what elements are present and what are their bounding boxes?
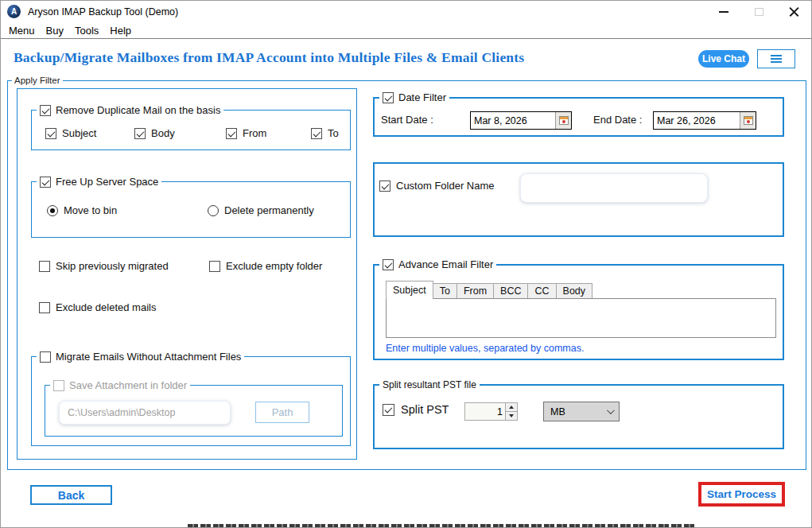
remove-duplicate-checkbox[interactable] [40,105,51,116]
exclude-deleted-mails-checkbox[interactable] [39,302,50,313]
menu-item-help[interactable]: Help [104,25,137,37]
save-attachment-checkbox[interactable] [53,380,64,391]
arrow-up-icon [509,406,514,409]
delete-permanently-option: Delete permanently [208,204,314,216]
from-checkbox[interactable] [226,128,237,139]
spinner-up-button[interactable] [506,403,517,411]
split-pst-group-label: Split resultant PST file [383,379,476,390]
dup-option-to: To [311,127,339,139]
calendar-icon [744,116,753,125]
save-attachment-label: Save Attachment in folder [69,379,187,391]
start-date-label: Start Date : [381,114,433,126]
migrate-without-attachment-label: Migrate Emails Without Attachment Files [56,351,241,363]
exclude-deleted-mails-label: Exclude deleted mails [56,301,156,313]
delete-permanently-label: Delete permanently [224,204,314,216]
menubar: Menu Buy Tools Help [1,22,811,39]
menu-item-menu[interactable]: Menu [3,25,41,37]
custom-folder-option: Custom Folder Name [379,180,495,192]
end-date-label: End Date : [593,114,642,126]
split-size-spinner[interactable]: 1 [464,402,518,421]
date-filter-checkbox[interactable] [383,92,394,103]
end-date-calendar-button[interactable] [740,112,756,129]
split-unit-dropdown[interactable]: MB [543,402,620,421]
start-date-value: Mar 8, 2026 [474,115,555,126]
exclude-empty-folder-option: Exclude empty folder [209,260,322,272]
hamburger-menu-button[interactable] [757,49,795,68]
cutoff-text-strip [188,524,697,527]
custom-folder-input[interactable] [520,173,708,203]
close-button[interactable] [776,1,811,22]
move-to-bin-label: Move to bin [64,204,117,216]
live-chat-button[interactable]: Live Chat [698,50,749,68]
window-title: Aryson IMAP Backup Tool (Demo) [28,6,178,17]
to-label: To [328,127,339,139]
body-label: Body [151,127,175,139]
start-process-highlight: Start Process [698,482,785,507]
app-window: A Aryson IMAP Backup Tool (Demo) Menu Bu… [0,0,812,528]
spinner-down-button[interactable] [506,411,517,420]
move-to-bin-option: Move to bin [47,204,117,216]
skip-previously-migrated-label: Skip previously migrated [56,260,169,272]
tab-from[interactable]: From [457,283,494,299]
page-title: Backup/Migrate Mailboxes from IMAP Accou… [14,49,524,66]
dup-option-from: From [226,127,266,139]
hamburger-icon [771,55,782,56]
from-label: From [243,127,266,139]
split-pst-checkbox[interactable] [383,404,394,416]
advance-email-filter-label: Advance Email Filter [398,258,493,270]
migrate-without-attachment-checkbox[interactable] [40,351,51,363]
menu-item-buy[interactable]: Buy [41,25,69,37]
exclude-empty-folder-label: Exclude empty folder [226,260,322,272]
maximize-icon [755,8,763,16]
minimize-icon [719,11,728,13]
tab-to[interactable]: To [433,283,457,299]
app-logo-icon: A [7,5,21,18]
split-size-value: 1 [465,403,505,420]
exclude-empty-folder-checkbox[interactable] [209,261,220,272]
remove-duplicate-label: Remove Duplicate Mail on the basis [56,104,220,116]
close-icon [789,6,799,17]
tab-bcc[interactable]: BCC [494,283,528,299]
body-checkbox[interactable] [134,128,146,139]
split-pst-label: Split PST [401,403,449,416]
split-unit-value: MB [550,406,565,417]
split-pst-option: Split PST [383,403,449,416]
spinner-arrows [505,403,517,420]
chevron-down-icon [607,406,615,414]
date-filter-label: Date Filter [398,91,446,103]
free-up-server-checkbox[interactable] [40,177,51,188]
start-process-button[interactable]: Start Process [707,488,776,500]
start-date-picker[interactable]: Mar 8, 2026 [470,111,572,130]
end-date-picker[interactable]: Mar 26, 2026 [653,111,756,130]
minimize-button[interactable] [706,1,741,22]
free-up-server-label: Free Up Server Space [56,176,158,188]
apply-filter-label: Apply Filter [12,76,63,85]
attachment-path-input[interactable]: C:\Users\admin\Desktop [59,401,231,425]
tab-cc[interactable]: CC [528,283,556,299]
skip-previously-migrated-checkbox[interactable] [39,261,50,272]
subject-checkbox[interactable] [45,128,56,139]
advance-email-filter-checkbox[interactable] [383,259,394,270]
move-to-bin-radio[interactable] [47,205,58,216]
path-button[interactable]: Path [255,402,309,423]
arrow-down-icon [509,414,514,417]
delete-permanently-radio[interactable] [208,205,219,216]
maximize-button[interactable] [741,1,776,22]
to-checkbox[interactable] [311,128,322,139]
end-date-value: Mar 26, 2026 [657,115,740,126]
advance-filter-textarea[interactable] [386,298,776,338]
start-date-calendar-button[interactable] [555,112,571,129]
advance-filter-hint: Enter multiple values, separated by comm… [386,343,584,354]
dup-option-body: Body [134,127,175,139]
exclude-deleted-mails-option: Exclude deleted mails [39,301,156,313]
subject-label: Subject [62,127,96,139]
advance-filter-tabs: Subject To From BCC CC Body [386,281,592,299]
menu-item-tools[interactable]: Tools [69,25,104,37]
calendar-icon [559,116,569,125]
tab-body[interactable]: Body [557,283,593,299]
dup-option-subject: Subject [45,127,96,139]
window-controls [706,1,811,22]
custom-folder-checkbox[interactable] [379,181,390,192]
tab-subject[interactable]: Subject [386,281,433,299]
back-button[interactable]: Back [30,485,112,505]
